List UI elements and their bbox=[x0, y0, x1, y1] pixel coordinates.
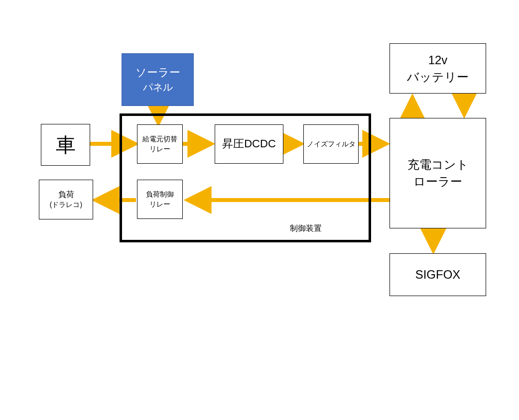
block-solar-panel: ソーラー パネル bbox=[122, 53, 194, 106]
diagram-stage: ソーラー パネル 車 負荷 (ドラレコ) 制御装置 給電元切替 リレー 昇圧DC… bbox=[0, 0, 519, 420]
control-unit-label: 制御装置 bbox=[290, 223, 322, 234]
charge-ctrl-line1: 充電コント bbox=[407, 156, 469, 173]
block-battery-12v: 12v バッテリー bbox=[389, 43, 486, 94]
block-car: 車 bbox=[41, 124, 90, 166]
relay-src-line1: 給電元切替 bbox=[142, 134, 177, 144]
block-boost-dcdc: 昇圧DCDC bbox=[215, 124, 283, 164]
load-line2: (ドラレコ) bbox=[50, 200, 82, 210]
sigfox-line1: SIGFOX bbox=[415, 266, 461, 283]
charge-ctrl-line2: ローラー bbox=[413, 173, 462, 190]
relay-src-line2: リレー bbox=[149, 144, 170, 154]
battery-line2: バッテリー bbox=[407, 69, 469, 86]
solar-line2: パネル bbox=[143, 80, 173, 94]
block-charge-controller: 充電コント ローラー bbox=[389, 118, 486, 228]
block-load: 負荷 (ドラレコ) bbox=[39, 180, 93, 219]
battery-line1: 12v bbox=[428, 52, 448, 69]
block-relay-source-switch: 給電元切替 リレー bbox=[137, 124, 183, 164]
solar-line1: ソーラー bbox=[135, 65, 180, 81]
relay-load-line1: 負荷制御 bbox=[146, 190, 174, 200]
block-relay-load-control: 負荷制御 リレー bbox=[137, 180, 183, 219]
block-noise-filter: ノイズフィルタ bbox=[303, 124, 359, 164]
dcdc-line1: 昇圧DCDC bbox=[222, 136, 276, 152]
noise-filter-line1: ノイズフィルタ bbox=[307, 139, 356, 149]
block-sigfox: SIGFOX bbox=[389, 253, 486, 296]
relay-load-line2: リレー bbox=[149, 200, 170, 210]
car-line1: 車 bbox=[56, 131, 76, 159]
load-line1: 負荷 bbox=[58, 189, 74, 200]
